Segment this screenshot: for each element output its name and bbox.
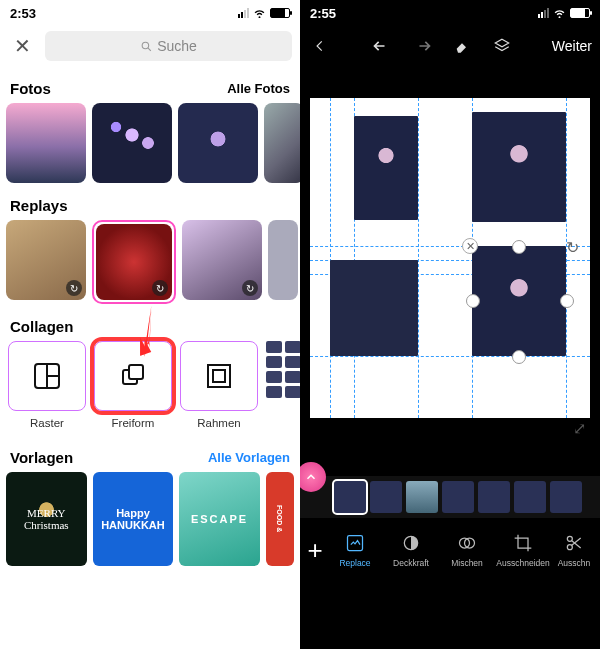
blend-icon xyxy=(456,532,478,554)
opacity-icon xyxy=(400,532,422,554)
template-card[interactable]: FOOD & xyxy=(266,472,294,566)
all-photos-link[interactable]: Alle Fotos xyxy=(227,81,290,96)
collage-option-frame[interactable] xyxy=(180,341,258,411)
collage-label: Freiform xyxy=(112,417,155,429)
freeform-icon xyxy=(118,361,148,391)
photo-thumb[interactable] xyxy=(92,103,172,183)
svg-rect-9 xyxy=(213,370,225,382)
svg-point-0 xyxy=(142,42,149,49)
collage-label: Raster xyxy=(30,417,64,429)
placed-image[interactable] xyxy=(330,260,418,356)
photos-strip xyxy=(0,103,300,183)
bottom-toolbar: + Replace Deckkraft Mischen Ausschneiden… xyxy=(300,518,600,582)
replace-icon xyxy=(344,532,366,554)
resize-handle-icon[interactable] xyxy=(466,294,480,308)
photo-thumb[interactable] xyxy=(264,103,300,183)
collage-label: Rahmen xyxy=(197,417,240,429)
strip-thumb[interactable] xyxy=(370,481,402,513)
editor-canvas[interactable]: ✕ ↻ ⤢ xyxy=(310,98,590,418)
photo-thumb[interactable] xyxy=(178,103,258,183)
svg-rect-8 xyxy=(208,365,230,387)
close-icon[interactable]: ✕ xyxy=(8,30,37,62)
strip-thumb[interactable] xyxy=(334,481,366,513)
tool-replace[interactable]: Replace xyxy=(328,532,382,568)
status-bar-left: 2:53 xyxy=(0,0,300,26)
strip-thumb[interactable] xyxy=(514,481,546,513)
undo-icon[interactable] xyxy=(370,34,394,58)
battery-icon xyxy=(270,8,290,18)
next-button[interactable]: Weiter xyxy=(552,38,592,54)
crop-icon xyxy=(512,532,534,554)
clock: 2:53 xyxy=(10,6,36,21)
replay-thumb[interactable]: ↻ xyxy=(182,220,262,300)
back-icon[interactable] xyxy=(308,34,332,58)
status-bar-right: 2:55 xyxy=(300,0,600,26)
frame-icon xyxy=(204,361,234,391)
photo-thumb[interactable] xyxy=(6,103,86,183)
replay-thumb[interactable]: ↻ xyxy=(6,220,86,300)
strip-thumb[interactable] xyxy=(406,481,438,513)
scissors-icon xyxy=(563,532,585,554)
search-input[interactable]: Suche xyxy=(45,31,292,61)
replay-badge-icon: ↻ xyxy=(66,280,82,296)
image-thumb-strip xyxy=(300,476,600,518)
section-title-collagen: Collagen xyxy=(10,318,73,335)
resize-handle-icon[interactable] xyxy=(560,294,574,308)
expand-icon[interactable]: ⤢ xyxy=(573,419,586,438)
wifi-icon xyxy=(253,8,266,18)
signal-icon xyxy=(538,8,549,18)
template-card[interactable]: ESCAPE xyxy=(179,472,260,566)
add-button[interactable]: + xyxy=(304,535,326,566)
tool-crop[interactable]: Ausschneiden xyxy=(496,532,550,568)
section-title-vorlagen: Vorlagen xyxy=(10,449,73,466)
tool-blend[interactable]: Mischen xyxy=(440,532,494,568)
strip-thumb[interactable] xyxy=(550,481,582,513)
clock: 2:55 xyxy=(310,6,336,21)
search-placeholder: Suche xyxy=(157,38,197,54)
all-templates-link[interactable]: Alle Vorlagen xyxy=(208,450,290,465)
svg-line-1 xyxy=(148,48,151,51)
replay-badge-icon: ↻ xyxy=(242,280,258,296)
redo-icon[interactable] xyxy=(410,34,434,58)
eraser-icon[interactable] xyxy=(450,34,474,58)
wifi-icon xyxy=(553,8,566,18)
tool-opacity[interactable]: Deckkraft xyxy=(384,532,438,568)
section-title-replays: Replays xyxy=(10,197,68,214)
battery-icon xyxy=(570,8,590,18)
section-title-fotos: Fotos xyxy=(10,80,51,97)
search-icon xyxy=(140,40,153,53)
placed-image[interactable] xyxy=(354,116,418,220)
replay-badge-icon: ↻ xyxy=(152,280,168,296)
resize-handle-icon[interactable] xyxy=(512,350,526,364)
signal-icon xyxy=(238,8,249,18)
strip-thumb[interactable] xyxy=(478,481,510,513)
tool-cutout[interactable]: Ausschn xyxy=(552,532,596,568)
collage-option-freeform[interactable] xyxy=(94,341,172,411)
svg-rect-7 xyxy=(129,365,143,379)
collage-more-preview[interactable] xyxy=(266,341,300,398)
placed-image[interactable] xyxy=(472,112,566,222)
templates-strip: MERRY Christmas Happy HANUKKAH ESCAPE FO… xyxy=(0,472,300,566)
placed-image-selected[interactable] xyxy=(472,246,566,356)
delete-image-icon[interactable]: ✕ xyxy=(462,238,478,254)
template-card[interactable]: Happy HANUKKAH xyxy=(93,472,174,566)
grid-icon xyxy=(32,361,62,391)
editor-toolbar: Weiter xyxy=(300,26,600,66)
fab-up-icon[interactable] xyxy=(300,462,326,492)
template-card[interactable]: MERRY Christmas xyxy=(6,472,87,566)
collage-option-grid[interactable] xyxy=(8,341,86,411)
layers-icon[interactable] xyxy=(490,34,514,58)
strip-thumb[interactable] xyxy=(442,481,474,513)
rotate-icon[interactable]: ↻ xyxy=(566,238,582,254)
replays-strip: ↻ ↻ ↻ xyxy=(0,220,300,304)
resize-handle-icon[interactable] xyxy=(512,240,526,254)
replay-thumb-selected[interactable]: ↻ xyxy=(92,220,176,304)
collage-row: Raster Freiform Rahmen xyxy=(0,341,300,429)
replay-thumb[interactable] xyxy=(268,220,298,300)
